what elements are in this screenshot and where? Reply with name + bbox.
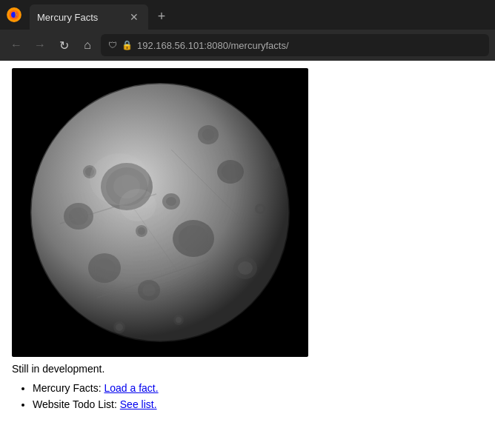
tab-close-button[interactable]: ✕ (127, 10, 141, 24)
mercury-image-container (12, 68, 308, 357)
home-button[interactable]: ⌂ (77, 35, 98, 56)
svg-point-9 (179, 225, 208, 252)
address-text: 192.168.56.101:8080/mercuryfacts/ (137, 40, 482, 51)
svg-point-13 (222, 164, 239, 180)
svg-point-11 (94, 258, 115, 278)
shield-icon: 🛡 (108, 40, 117, 50)
status-text: Still in development. (12, 363, 483, 375)
page-content: Still in development. Mercury Facts: Loa… (0, 61, 495, 438)
svg-point-15 (142, 284, 156, 296)
nav-bar: ← → ↻ ⌂ 🛡 🔒 192.168.56.101:8080/mercuryf… (0, 30, 495, 61)
svg-point-17 (166, 197, 176, 206)
tab-bar: Mercury Facts ✕ + (0, 0, 495, 30)
svg-point-31 (176, 317, 182, 323)
see-list-link[interactable]: See list. (120, 398, 157, 410)
list-item-label-1: Mercury Facts: (33, 382, 104, 394)
address-host: 192.168.56.101:8080/mercuryfacts/ (137, 40, 289, 51)
firefox-logo-icon (6, 7, 22, 23)
reload-button[interactable]: ↻ (53, 35, 74, 56)
address-bar[interactable]: 🛡 🔒 192.168.56.101:8080/mercuryfacts/ (101, 34, 489, 56)
svg-point-25 (138, 227, 145, 235)
browser-window: Mercury Facts ✕ + ← → ↻ ⌂ 🛡 🔒 192.168.56… (0, 0, 495, 438)
back-button[interactable]: ← (6, 35, 27, 56)
lock-icon: 🔒 (122, 40, 133, 50)
tab-title: Mercury Facts (37, 12, 122, 23)
links-list: Mercury Facts: Load a fact. Website Todo… (12, 382, 483, 410)
mercury-image (23, 76, 297, 350)
svg-point-23 (202, 129, 214, 141)
svg-point-33 (264, 294, 271, 301)
active-tab[interactable]: Mercury Facts ✕ (30, 4, 148, 30)
new-tab-button[interactable]: + (151, 6, 172, 27)
list-item: Mercury Facts: Load a fact. (33, 382, 483, 394)
load-fact-link[interactable]: Load a fact. (104, 382, 158, 394)
svg-point-41 (119, 189, 156, 221)
svg-point-21 (238, 261, 253, 275)
list-item-label-2: Website Todo List: (33, 398, 120, 410)
svg-point-27 (257, 206, 263, 212)
svg-point-35 (116, 324, 123, 331)
list-item: Website Todo List: See list. (33, 398, 483, 410)
forward-button[interactable]: → (30, 35, 50, 56)
